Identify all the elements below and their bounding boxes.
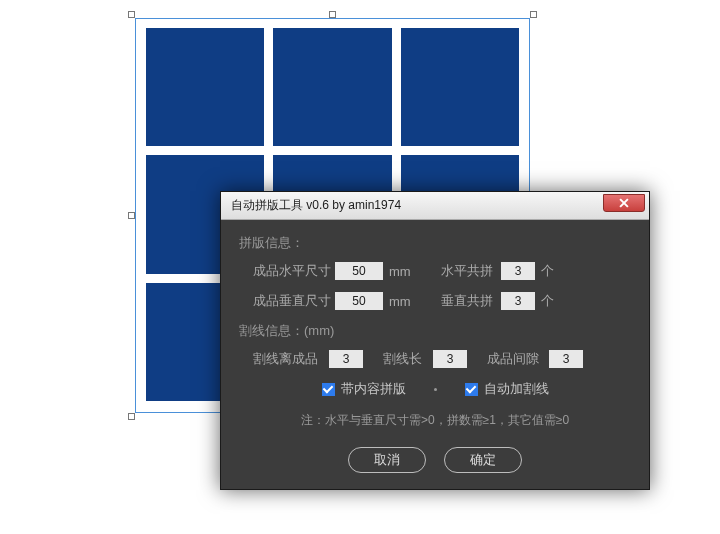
checkbox-row: 带内容拼版 自动加割线: [239, 380, 631, 398]
input-product-gap[interactable]: 3: [549, 350, 583, 368]
input-hcount[interactable]: 3: [501, 262, 535, 280]
section-title-layout: 拼版信息：: [239, 234, 631, 252]
selection-handle-w[interactable]: [128, 212, 135, 219]
grid-cell[interactable]: [401, 28, 519, 146]
grid-cell[interactable]: [273, 28, 391, 146]
input-cut-length[interactable]: 3: [433, 350, 467, 368]
label-hsize: 成品水平尺寸: [253, 262, 335, 280]
checkbox-auto-cutlines[interactable]: [465, 383, 478, 396]
label-vsize: 成品垂直尺寸: [253, 292, 335, 310]
label-product-gap: 成品间隙: [487, 350, 545, 368]
button-row: 取消 确定: [239, 447, 631, 473]
checkbox-with-content-label: 带内容拼版: [341, 380, 406, 398]
row-hsize: 成品水平尺寸 50 mm 水平共拼 3 个: [239, 262, 631, 280]
close-button[interactable]: [603, 194, 645, 212]
separator-dot: [434, 388, 437, 391]
row-cutlines: 割线离成品 3 割线长 3 成品间隙 3: [239, 350, 631, 368]
label-vcount: 垂直共拼: [441, 292, 501, 310]
unit-hsize: mm: [383, 264, 411, 279]
label-cut-offset: 割线离成品: [253, 350, 325, 368]
unit-hcount: 个: [535, 262, 554, 280]
dialog-title: 自动拼版工具 v0.6 by amin1974: [231, 197, 401, 214]
selection-handle-n[interactable]: [329, 11, 336, 18]
selection-handle-ne[interactable]: [530, 11, 537, 18]
grid-cell[interactable]: [146, 28, 264, 146]
unit-vcount: 个: [535, 292, 554, 310]
selection-handle-nw[interactable]: [128, 11, 135, 18]
selection-handle-sw[interactable]: [128, 413, 135, 420]
unit-vsize: mm: [383, 294, 411, 309]
input-vsize[interactable]: 50: [335, 292, 383, 310]
dialog-window: 自动拼版工具 v0.6 by amin1974 拼版信息： 成品水平尺寸 50 …: [220, 191, 650, 490]
input-hsize[interactable]: 50: [335, 262, 383, 280]
checkbox-with-content[interactable]: [322, 383, 335, 396]
label-hcount: 水平共拼: [441, 262, 501, 280]
dialog-note: 注：水平与垂直尺寸需>0，拼数需≥1，其它值需≥0: [239, 412, 631, 429]
ok-button[interactable]: 确定: [444, 447, 522, 473]
section-title-cutlines: 割线信息：(mm): [239, 322, 631, 340]
checkbox-auto-cutlines-label: 自动加割线: [484, 380, 549, 398]
close-icon: [620, 199, 629, 208]
row-vsize: 成品垂直尺寸 50 mm 垂直共拼 3 个: [239, 292, 631, 310]
input-vcount[interactable]: 3: [501, 292, 535, 310]
cancel-button[interactable]: 取消: [348, 447, 426, 473]
input-cut-offset[interactable]: 3: [329, 350, 363, 368]
label-cut-length: 割线长: [383, 350, 429, 368]
dialog-titlebar[interactable]: 自动拼版工具 v0.6 by amin1974: [221, 192, 649, 220]
